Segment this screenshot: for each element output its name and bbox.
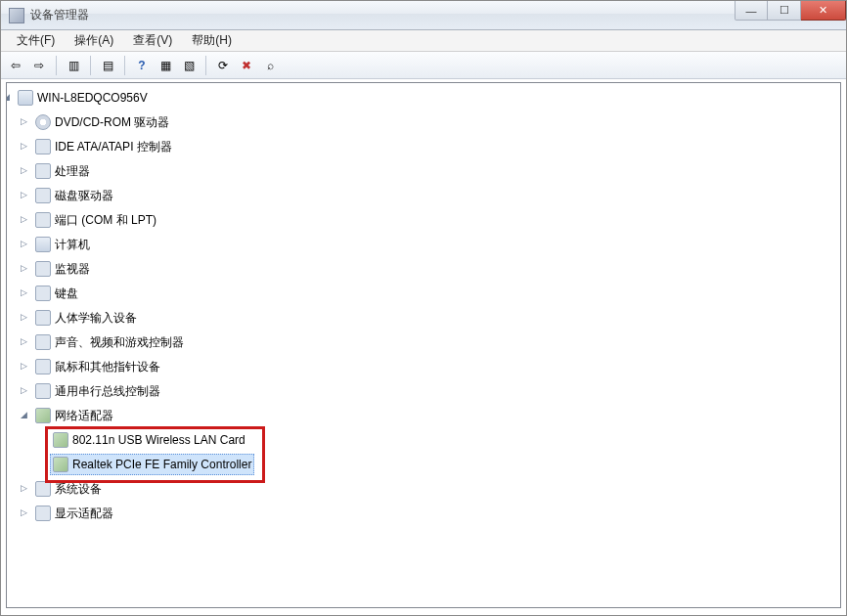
tree-root-label: WIN-L8EDQCO956V xyxy=(37,88,148,108)
tree-item-label: 声音、视频和游戏控制器 xyxy=(55,332,184,352)
view-resources-button[interactable]: ▧ xyxy=(178,55,200,76)
expand-icon[interactable]: ▷ xyxy=(19,482,29,493)
tree-item-label: 鼠标和其他指针设备 xyxy=(55,357,160,376)
tree-item-label: 人体学输入设备 xyxy=(55,308,137,328)
toolbar: ⇦ ⇨ ▥ ▤ ? ▦ ▧ ⟳ ✖ ⌕ xyxy=(1,52,846,79)
tree-item[interactable]: ▷磁盘驱动器 xyxy=(32,185,840,209)
tree-item-label: 处理器 xyxy=(55,161,90,181)
tree-item[interactable]: ▷IDE ATA/ATAPI 控制器 xyxy=(32,136,840,160)
scan-icon: ⌕ xyxy=(267,59,274,72)
device-icon xyxy=(35,261,51,277)
device-icon xyxy=(35,310,51,326)
maximize-button[interactable]: ☐ xyxy=(768,1,801,21)
expand-icon[interactable]: ▷ xyxy=(19,335,29,346)
device-icon xyxy=(35,237,51,252)
show-hide-tree-button[interactable]: ▥ xyxy=(63,55,84,76)
menu-help[interactable]: 帮助(H) xyxy=(182,30,242,51)
expand-icon[interactable]: ▷ xyxy=(19,189,29,199)
expand-icon[interactable]: ▷ xyxy=(19,238,29,248)
tree-item-label: Realtek PCIe FE Family Controller xyxy=(72,455,251,474)
tree-item[interactable]: ▷处理器 xyxy=(32,160,840,185)
arrow-left-icon: ⇦ xyxy=(11,59,21,72)
device-icon xyxy=(35,408,51,423)
tree-item[interactable]: ▷显示适配器 xyxy=(32,503,840,527)
tree-item[interactable]: ◢网络适配器802.11n USB Wireless LAN CardRealt… xyxy=(32,405,840,478)
device-icon xyxy=(35,383,51,399)
tree-item[interactable]: ▷监视器 xyxy=(32,258,840,283)
device-icon xyxy=(35,114,51,130)
device-icon xyxy=(53,432,68,448)
update-icon: ⟳ xyxy=(218,59,228,72)
expand-icon[interactable]: ▷ xyxy=(19,164,29,175)
tree-root-item[interactable]: ◢ WIN-L8EDQCO956V ▷DVD/CD-ROM 驱动器▷IDE AT… xyxy=(15,87,840,527)
device-icon xyxy=(35,212,51,228)
tree-item[interactable]: ▷计算机 xyxy=(32,234,840,258)
toolbar-separator xyxy=(205,56,206,75)
tree-item[interactable]: ▷系统设备 xyxy=(32,478,840,503)
expand-icon[interactable]: ▷ xyxy=(19,140,29,151)
device-icon xyxy=(35,359,51,374)
close-icon: ✕ xyxy=(819,4,827,17)
uninstall-button[interactable]: ✖ xyxy=(236,55,257,76)
tree-item[interactable]: ▷键盘 xyxy=(32,283,840,307)
view-devices-button[interactable]: ▦ xyxy=(155,55,176,76)
properties-button[interactable]: ▤ xyxy=(97,55,118,76)
app-icon xyxy=(9,8,24,23)
tree-item-label: 监视器 xyxy=(55,259,90,279)
tree-item-label: 网络适配器 xyxy=(55,406,113,425)
back-button[interactable]: ⇦ xyxy=(5,55,26,76)
expand-icon[interactable]: ▷ xyxy=(19,115,29,126)
devices-icon: ▦ xyxy=(160,59,171,72)
titlebar: 设备管理器 — ☐ ✕ xyxy=(1,1,846,30)
device-icon xyxy=(53,457,68,472)
minimize-button[interactable]: — xyxy=(735,1,768,21)
tree-item-label: 键盘 xyxy=(55,284,78,303)
collapse-icon[interactable]: ◢ xyxy=(19,409,29,419)
scan-hardware-button[interactable]: ⌕ xyxy=(259,55,281,76)
panel-icon: ▥ xyxy=(68,59,79,72)
expand-icon[interactable]: ▷ xyxy=(19,311,29,322)
tree-item-label: 802.11n USB Wireless LAN Card xyxy=(72,430,245,450)
tree-item[interactable]: ▷鼠标和其他指针设备 xyxy=(32,356,840,380)
device-icon xyxy=(35,188,51,203)
computer-icon xyxy=(18,90,33,106)
device-tree-panel[interactable]: ◢ WIN-L8EDQCO956V ▷DVD/CD-ROM 驱动器▷IDE AT… xyxy=(6,82,841,608)
collapse-icon[interactable]: ◢ xyxy=(6,91,12,102)
device-icon xyxy=(35,163,51,179)
tree-item[interactable]: ▷通用串行总线控制器 xyxy=(32,380,840,405)
arrow-right-icon: ⇨ xyxy=(34,59,44,72)
tree-item[interactable]: ▷DVD/CD-ROM 驱动器 xyxy=(32,111,840,136)
forward-button[interactable]: ⇨ xyxy=(28,55,50,76)
expand-icon[interactable]: ▷ xyxy=(19,213,29,224)
expand-icon[interactable]: ▷ xyxy=(19,360,29,371)
tree-item-label: IDE ATA/ATAPI 控制器 xyxy=(55,137,172,156)
tree-item[interactable]: ▷端口 (COM 和 LPT) xyxy=(32,209,840,234)
toolbar-separator xyxy=(56,56,57,75)
menu-view[interactable]: 查看(V) xyxy=(123,30,182,51)
device-icon xyxy=(35,286,51,301)
menu-action[interactable]: 操作(A) xyxy=(65,30,123,51)
expand-icon[interactable]: ▷ xyxy=(19,286,29,297)
tree-item-label: 计算机 xyxy=(55,235,90,254)
close-button[interactable]: ✕ xyxy=(801,1,846,21)
tree-item-label: 显示适配器 xyxy=(55,504,113,523)
menu-file[interactable]: 文件(F) xyxy=(7,30,65,51)
expand-icon[interactable]: ▷ xyxy=(19,384,29,395)
maximize-icon: ☐ xyxy=(780,4,789,17)
minimize-icon: — xyxy=(746,5,757,17)
tree-item-label: 磁盘驱动器 xyxy=(55,186,113,205)
update-driver-button[interactable]: ⟳ xyxy=(212,55,234,76)
resources-icon: ▧ xyxy=(184,59,195,72)
help-button[interactable]: ? xyxy=(131,55,153,76)
help-icon: ? xyxy=(138,59,145,72)
tree-item[interactable]: ▷声音、视频和游戏控制器 xyxy=(32,331,840,356)
properties-icon: ▤ xyxy=(103,59,113,72)
expand-icon[interactable]: ▷ xyxy=(19,506,29,517)
expand-icon[interactable]: ▷ xyxy=(19,262,29,273)
tree-item[interactable]: 802.11n USB Wireless LAN Card xyxy=(50,429,840,454)
device-icon xyxy=(35,481,51,497)
toolbar-separator xyxy=(124,56,125,75)
tree-item[interactable]: ▷人体学输入设备 xyxy=(32,307,840,331)
device-tree: ◢ WIN-L8EDQCO956V ▷DVD/CD-ROM 驱动器▷IDE AT… xyxy=(11,87,840,527)
tree-item[interactable]: Realtek PCIe FE Family Controller xyxy=(50,454,840,478)
